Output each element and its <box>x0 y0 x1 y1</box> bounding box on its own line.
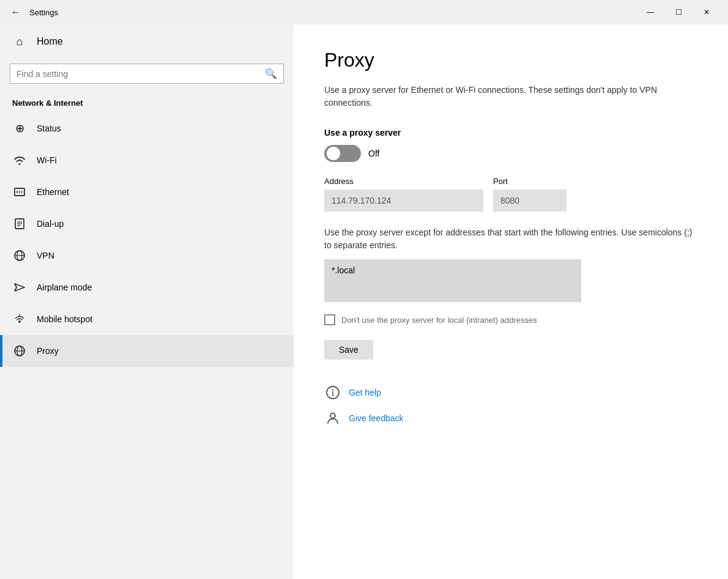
dialup-icon <box>12 216 27 231</box>
get-help-row[interactable]: Get help <box>324 384 697 401</box>
search-icon: 🔍 <box>265 68 277 79</box>
get-help-icon <box>324 384 341 401</box>
proxy-toggle[interactable] <box>324 145 361 162</box>
sidebar-item-dialup[interactable]: Dial-up <box>0 208 294 240</box>
ethernet-icon <box>12 185 27 199</box>
get-help-link[interactable]: Get help <box>349 388 381 397</box>
port-input[interactable] <box>493 190 566 212</box>
svg-point-18 <box>330 413 335 418</box>
content-area: Proxy Use a proxy server for Ethernet or… <box>294 24 728 579</box>
port-label: Port <box>493 177 566 186</box>
home-label: Home <box>37 36 63 47</box>
wifi-icon <box>12 153 27 168</box>
hotspot-icon <box>12 312 27 326</box>
sidebar-item-ethernet[interactable]: Ethernet <box>0 176 294 208</box>
sidebar: ⌂ Home 🔍 Network & Internet ⊕ Status Wi-… <box>0 24 294 579</box>
toggle-knob <box>327 147 340 160</box>
proxy-icon <box>12 344 27 358</box>
address-label: Address <box>324 177 483 186</box>
sidebar-item-label: Wi-Fi <box>37 155 57 165</box>
sidebar-item-label: Dial-up <box>37 219 64 229</box>
exception-textarea[interactable]: *.local <box>324 259 581 302</box>
address-port-row: Address Port <box>324 177 697 212</box>
toggle-label: Off <box>368 149 379 158</box>
close-button[interactable]: ✕ <box>693 0 721 24</box>
airplane-icon <box>12 280 27 295</box>
proxy-toggle-row: Off <box>324 145 697 162</box>
window-title: Settings <box>29 8 636 17</box>
sidebar-item-label: Proxy <box>37 346 59 356</box>
exception-description: Use the proxy server except for addresse… <box>324 226 697 252</box>
back-button[interactable]: ← <box>7 4 24 21</box>
sidebar-item-label: Ethernet <box>37 187 69 197</box>
window-controls: — ☐ ✕ <box>636 0 721 24</box>
sidebar-item-vpn[interactable]: VPN <box>0 240 294 271</box>
give-feedback-row[interactable]: Give feedback <box>324 410 697 427</box>
local-checkbox-row: Don't use the proxy server for local (in… <box>324 314 697 325</box>
search-input[interactable] <box>17 69 260 79</box>
port-field-group: Port <box>493 177 566 212</box>
sidebar-item-status[interactable]: ⊕ Status <box>0 112 294 144</box>
svg-point-11 <box>18 320 21 323</box>
svg-point-17 <box>332 389 333 391</box>
home-icon: ⌂ <box>12 34 27 49</box>
proxy-section-label: Use a proxy server <box>324 128 697 138</box>
status-icon: ⊕ <box>12 121 27 136</box>
sidebar-item-wifi[interactable]: Wi-Fi <box>0 144 294 176</box>
page-title: Proxy <box>324 49 697 72</box>
minimize-button[interactable]: — <box>636 0 664 24</box>
search-box: 🔍 <box>10 64 284 84</box>
main-container: ⌂ Home 🔍 Network & Internet ⊕ Status Wi-… <box>0 24 728 579</box>
sidebar-item-label: Airplane mode <box>37 282 92 292</box>
sidebar-item-hotspot[interactable]: Mobile hotspot <box>0 303 294 335</box>
sidebar-section-title: Network & Internet <box>0 94 294 112</box>
help-section: Get help Give feedback <box>324 384 697 427</box>
page-description: Use a proxy server for Ethernet or Wi-Fi… <box>324 84 697 109</box>
sidebar-item-airplane[interactable]: Airplane mode <box>0 271 294 303</box>
sidebar-item-proxy[interactable]: Proxy <box>0 335 294 367</box>
sidebar-item-label: Mobile hotspot <box>37 314 92 324</box>
sidebar-item-label: VPN <box>37 251 54 260</box>
sidebar-item-label: Status <box>37 124 61 133</box>
maximize-button[interactable]: ☐ <box>664 0 693 24</box>
give-feedback-link[interactable]: Give feedback <box>349 413 404 423</box>
give-feedback-icon <box>324 410 341 427</box>
address-input[interactable] <box>324 190 483 212</box>
checkbox-label: Don't use the proxy server for local (in… <box>341 315 537 325</box>
vpn-icon <box>12 248 27 263</box>
sidebar-item-home[interactable]: ⌂ Home <box>0 24 294 59</box>
save-button[interactable]: Save <box>324 340 373 360</box>
local-checkbox[interactable] <box>324 314 335 325</box>
title-bar: ← Settings — ☐ ✕ <box>0 0 728 24</box>
address-field-group: Address <box>324 177 483 212</box>
